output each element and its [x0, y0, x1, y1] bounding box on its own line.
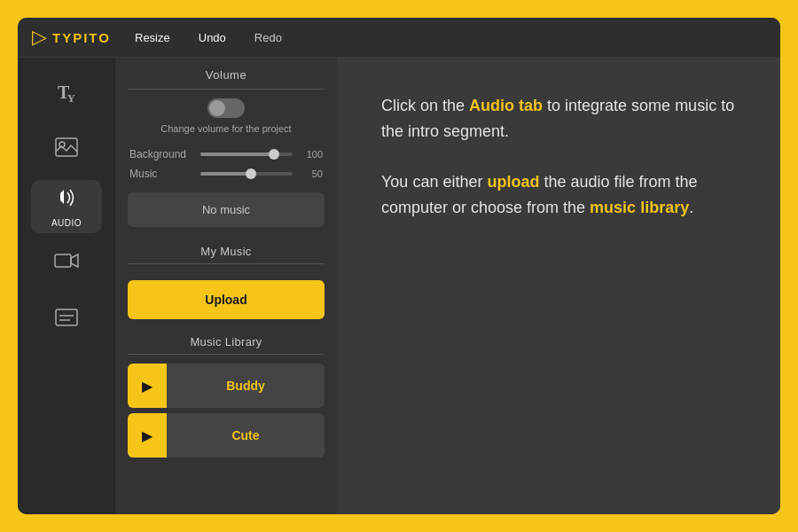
- audio-tab-highlight: Audio tab: [469, 97, 543, 114]
- play-icon-cute: ▶: [142, 427, 153, 444]
- background-slider-thumb: [269, 149, 279, 160]
- background-slider-fill: [200, 153, 274, 156]
- sidebar-item-image[interactable]: [31, 123, 102, 176]
- buddy-label: Buddy: [167, 379, 325, 393]
- video-icon: [54, 251, 79, 276]
- music-item-buddy[interactable]: ▶ Buddy: [128, 364, 325, 408]
- audio-panel: Volume Change volume for the project Bac…: [115, 58, 337, 514]
- my-music-title: My Music: [115, 236, 337, 263]
- resize-button[interactable]: Resize: [129, 27, 176, 48]
- music-slider-row: Music 50: [115, 164, 337, 184]
- sidebar: T Y: [18, 58, 115, 514]
- music-slider-thumb: [246, 168, 256, 179]
- image-icon: [55, 137, 78, 162]
- upload-highlight: upload: [487, 173, 539, 191]
- logo-text: TYPITO: [52, 30, 111, 45]
- no-music-button[interactable]: No music: [128, 192, 325, 227]
- music-slider-track[interactable]: [200, 172, 293, 176]
- text-icon: T Y: [54, 79, 79, 108]
- music-library-title: Music Library: [115, 326, 337, 354]
- main-area: T Y: [18, 58, 780, 514]
- svg-text:Y: Y: [67, 92, 75, 104]
- sidebar-item-video[interactable]: [31, 237, 102, 290]
- instruction-part3: You can either: [381, 173, 487, 191]
- music-slider-fill: [200, 172, 251, 176]
- instruction-text: Click on the Audio tab to integrate some…: [381, 93, 736, 221]
- music-item-cute[interactable]: ▶ Cute: [128, 413, 325, 458]
- content-area: Click on the Audio tab to integrate some…: [337, 58, 780, 514]
- top-bar: ▷ TYPITO Resize Undo Redo: [18, 18, 780, 58]
- cute-label: Cute: [167, 428, 325, 442]
- undo-button[interactable]: Undo: [193, 27, 231, 48]
- music-library-highlight: music library: [590, 199, 689, 216]
- background-slider-value: 100: [301, 149, 323, 160]
- background-slider-label: Background: [129, 148, 192, 160]
- upload-button[interactable]: Upload: [128, 280, 325, 319]
- background-slider-track[interactable]: [200, 153, 293, 156]
- audio-label: AUDIO: [51, 218, 82, 228]
- volume-section-title: Volume: [115, 58, 337, 89]
- music-slider-label: Music: [129, 168, 192, 180]
- logo-icon: ▷: [32, 26, 47, 49]
- background-slider-row: Background 100: [115, 145, 337, 164]
- redo-button[interactable]: Redo: [249, 27, 287, 48]
- play-icon-buddy: ▶: [142, 378, 153, 395]
- svg-rect-4: [55, 254, 71, 267]
- app-frame: ▷ TYPITO Resize Undo Redo T Y: [18, 18, 780, 514]
- volume-toggle-row: [115, 98, 337, 118]
- play-buddy-button[interactable]: ▶: [128, 364, 167, 408]
- subtitle-icon: [55, 309, 78, 332]
- instruction-part5: .: [689, 199, 693, 216]
- divider-music-library: [128, 354, 325, 355]
- volume-toggle[interactable]: [207, 98, 245, 118]
- top-actions: Resize Undo Redo: [129, 27, 287, 48]
- play-cute-button[interactable]: ▶: [128, 413, 167, 458]
- toggle-label: Change volume for the project: [115, 123, 337, 134]
- divider-volume: [128, 89, 325, 90]
- svg-rect-2: [56, 138, 77, 156]
- audio-icon: [55, 186, 78, 215]
- instruction-part1: Click on the: [381, 97, 469, 114]
- music-slider-value: 50: [301, 168, 323, 179]
- svg-rect-5: [56, 309, 77, 325]
- logo-area: ▷ TYPITO: [32, 26, 129, 49]
- divider-my-music: [128, 263, 325, 264]
- sidebar-item-text[interactable]: T Y: [31, 66, 102, 120]
- toggle-knob: [209, 100, 225, 116]
- sidebar-item-subtitle[interactable]: [31, 293, 102, 347]
- sidebar-item-audio[interactable]: AUDIO: [31, 180, 102, 233]
